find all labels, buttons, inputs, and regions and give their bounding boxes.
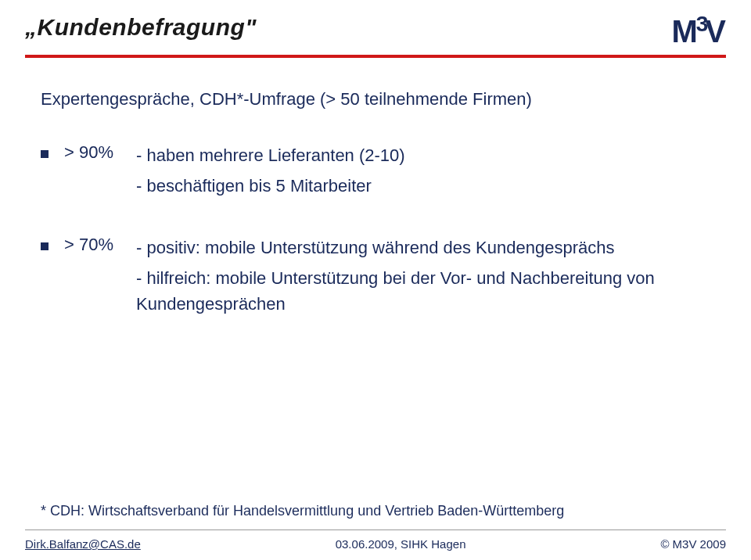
bullet-icon xyxy=(41,150,49,158)
slide-header: „Kundenbefragung" M3V xyxy=(0,0,751,44)
bullet-description: - haben mehrere Lieferanten (2-10) - bes… xyxy=(136,142,405,203)
bullet-line: - hilfreich: mobile Unterstützung bei de… xyxy=(136,265,710,317)
bullet-item: > 90% - haben mehrere Lieferanten (2-10)… xyxy=(41,142,710,203)
content-subtitle: Expertengespräche, CDH*-Umfrage (> 50 te… xyxy=(41,89,710,109)
bullet-line: - positiv: mobile Unterstützung während … xyxy=(136,235,710,260)
percentage-label: > 70% xyxy=(64,235,136,255)
slide-title: „Kundenbefragung" xyxy=(25,14,257,41)
logo: M3V xyxy=(671,14,726,44)
percentage-label: > 90% xyxy=(64,142,136,163)
slide-footer: Dirk.Balfanz@CAS.de 03.06.2009, SIHK Hag… xyxy=(25,537,726,551)
logo-letter-v: V xyxy=(705,19,726,44)
bullet-line: - beschäftigen bis 5 Mitarbeiter xyxy=(136,173,405,199)
bullet-description: - positiv: mobile Unterstützung während … xyxy=(136,235,710,321)
footer-email-link[interactable]: Dirk.Balfanz@CAS.de xyxy=(25,537,141,551)
bullet-item: > 70% - positiv: mobile Unterstützung wä… xyxy=(41,235,710,321)
footnote: * CDH: Wirtschaftsverband für Handelsver… xyxy=(41,503,564,519)
slide: „Kundenbefragung" M3V Expertengespräche,… xyxy=(0,0,751,560)
slide-content: Expertengespräche, CDH*-Umfrage (> 50 te… xyxy=(0,58,751,321)
footer-copyright: © M3V 2009 xyxy=(660,537,726,551)
logo-letter-m: M xyxy=(671,19,697,44)
logo-number-3: 3 xyxy=(696,16,709,33)
bullet-icon xyxy=(41,242,49,250)
footer-divider xyxy=(25,529,726,530)
footer-date-venue: 03.06.2009, SIHK Hagen xyxy=(336,537,466,551)
bullet-line: - haben mehrere Lieferanten (2-10) xyxy=(136,142,405,168)
